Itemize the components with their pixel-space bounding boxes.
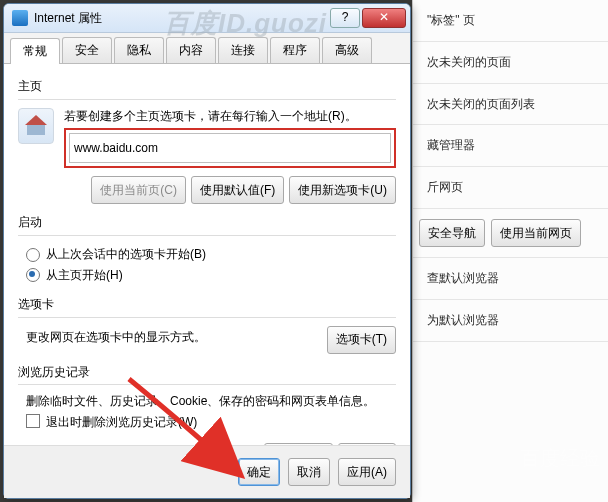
use-default-button[interactable]: 使用默认值(F) — [191, 176, 284, 204]
internet-properties-dialog: Internet 属性 ? ✕ 百度ID.guozi 常规 安全 隐私 内容 连… — [3, 3, 411, 499]
tabs-settings-button[interactable]: 选项卡(T) — [327, 326, 396, 354]
corner-watermark: 百度经验 — [520, 448, 600, 468]
url-highlight-box — [64, 128, 396, 168]
tabs-desc: 更改网页在选项卡中的显示方式。 — [18, 329, 327, 350]
homepage-url-input[interactable] — [69, 133, 391, 163]
side-row: 查默认浏览器 — [413, 258, 608, 300]
apply-button[interactable]: 应用(A) — [338, 458, 396, 486]
close-button[interactable]: ✕ — [362, 8, 406, 28]
tab-content[interactable]: 内容 — [166, 37, 216, 63]
side-row: "标签" 页 — [413, 0, 608, 42]
ie-icon — [12, 10, 28, 26]
tab-security[interactable]: 安全 — [62, 37, 112, 63]
side-row: 次未关闭的页面 — [413, 42, 608, 84]
startup-last-session-radio[interactable]: 从上次会话中的选项卡开始(B) — [18, 244, 396, 265]
use-current-page-button[interactable]: 使用当前网页 — [491, 219, 581, 247]
side-button-row: 安全导航 使用当前网页 — [413, 209, 608, 258]
window-title: Internet 属性 — [34, 10, 330, 27]
history-group-title: 浏览历史记录 — [18, 364, 396, 381]
side-row: 次未关闭的页面列表 — [413, 84, 608, 126]
dialog-actions: 确定 取消 应用(A) — [4, 445, 410, 498]
side-row: 藏管理器 — [413, 125, 608, 167]
tab-connections[interactable]: 连接 — [218, 37, 268, 63]
use-current-button[interactable]: 使用当前页(C) — [91, 176, 186, 204]
side-row: 为默认浏览器 — [413, 300, 608, 342]
delete-history-button[interactable]: 删除(D)... — [264, 443, 333, 445]
startup-group-title: 启动 — [18, 214, 396, 231]
tab-programs[interactable]: 程序 — [270, 37, 320, 63]
history-settings-button[interactable]: 设置(S) — [338, 443, 396, 445]
side-row: 斤网页 — [413, 167, 608, 209]
ok-button[interactable]: 确定 — [238, 458, 280, 486]
tab-advanced[interactable]: 高级 — [322, 37, 372, 63]
startup-homepage-radio[interactable]: 从主页开始(H) — [18, 265, 396, 286]
home-icon — [18, 108, 54, 144]
background-settings-panel: "标签" 页 次未关闭的页面 次未关闭的页面列表 藏管理器 斤网页 安全导航 使… — [412, 0, 608, 502]
home-group-title: 主页 — [18, 78, 396, 95]
use-newtab-button[interactable]: 使用新选项卡(U) — [289, 176, 396, 204]
home-desc: 若要创建多个主页选项卡，请在每行输入一个地址(R)。 — [64, 108, 396, 125]
tab-strip: 常规 安全 隐私 内容 连接 程序 高级 — [4, 33, 410, 64]
tabs-group-title: 选项卡 — [18, 296, 396, 313]
tab-privacy[interactable]: 隐私 — [114, 37, 164, 63]
delete-on-exit-checkbox[interactable] — [26, 414, 40, 428]
dialog-body: 主页 若要创建多个主页选项卡，请在每行输入一个地址(R)。 使用当前页(C) 使… — [4, 64, 410, 445]
safe-nav-button[interactable]: 安全导航 — [419, 219, 485, 247]
titlebar[interactable]: Internet 属性 ? ✕ — [4, 4, 410, 33]
history-desc: 删除临时文件、历史记录、Cookie、保存的密码和网页表单信息。 — [18, 393, 396, 414]
tab-general[interactable]: 常规 — [10, 38, 60, 64]
help-button[interactable]: ? — [330, 8, 360, 28]
cancel-button[interactable]: 取消 — [288, 458, 330, 486]
